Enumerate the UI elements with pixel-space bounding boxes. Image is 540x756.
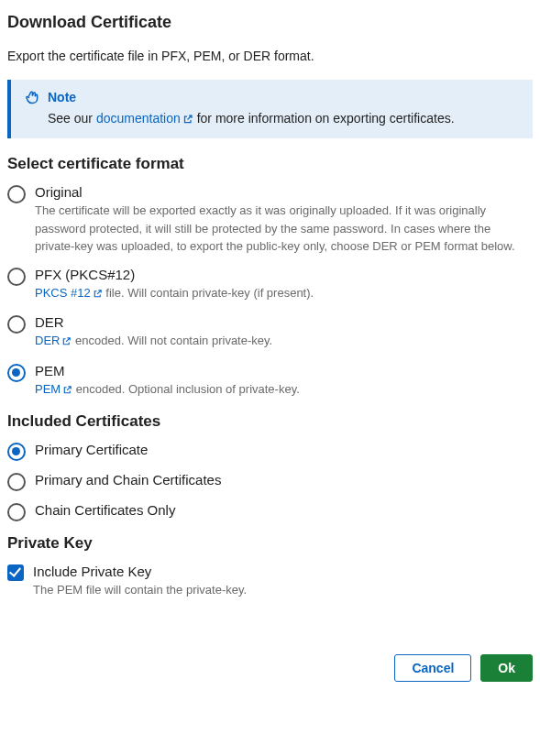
radio-original[interactable] [7,185,26,203]
included-option-chain-only: Chain Certificates Only [7,502,533,521]
documentation-link[interactable]: documentation [96,111,193,126]
external-link-icon [62,382,72,400]
format-label[interactable]: PEM [35,363,533,378]
cancel-button[interactable]: Cancel [394,654,471,682]
format-label[interactable]: PFX (PKCS#12) [35,267,533,282]
radio-primary-and-chain[interactable] [7,473,26,491]
radio-chain-only[interactable] [7,503,26,521]
pem-link[interactable]: PEM [35,382,72,396]
format-option-pem: PEM PEM encoded. Optional inclusion of p… [7,363,533,400]
included-option-primary: Primary Certificate [7,442,533,461]
lead-text: Export the certificate file in PFX, PEM,… [7,49,533,63]
format-desc: PEM encoded. Optional inclusion of priva… [35,380,533,400]
private-key-label[interactable]: Include Private Key [33,564,533,579]
external-link-icon [61,334,72,352]
format-desc: DER encoded. Will not contain private-ke… [35,332,533,352]
format-option-der: DER DER encoded. Will not contain privat… [7,314,533,352]
hand-wave-icon [24,89,40,105]
radio-der[interactable] [7,315,26,334]
format-desc: PKCS #12 file. Will contain private-key … [35,284,533,304]
note-body: See our documentation for more informati… [24,111,520,127]
der-link[interactable]: DER [35,334,72,347]
private-key-option: Include Private Key The PEM file will co… [7,564,533,599]
format-desc: The certificate will be exported exactly… [35,202,533,256]
radio-pem[interactable] [7,364,26,382]
ok-button[interactable]: Ok [480,654,533,682]
footer: Cancel Ok [7,654,533,682]
radio-primary[interactable] [7,443,26,461]
format-label[interactable]: Original [35,184,533,200]
format-option-original: Original The certificate will be exporte… [7,184,533,256]
external-link-icon [93,286,103,304]
note-box: Note See our documentation for more info… [7,80,533,138]
private-key-section-title: Private Key [7,534,533,553]
note-title: Note [48,90,76,104]
private-key-desc: The PEM file will contain the private-ke… [33,581,533,599]
format-option-pfx: PFX (PKCS#12) PKCS #12 file. Will contai… [7,267,533,304]
external-link-icon [182,113,193,127]
pkcs12-link[interactable]: PKCS #12 [35,286,103,300]
radio-pfx[interactable] [7,268,26,286]
format-label[interactable]: DER [35,314,533,330]
included-label[interactable]: Primary and Chain Certificates [35,472,533,488]
page-title: Download Certificate [7,13,533,32]
included-label[interactable]: Chain Certificates Only [35,502,533,518]
format-section-title: Select certificate format [7,155,533,173]
included-option-primary-and-chain: Primary and Chain Certificates [7,472,533,491]
included-label[interactable]: Primary Certificate [35,442,533,457]
included-section-title: Included Certificates [7,412,533,431]
checkbox-include-private-key[interactable] [7,564,24,581]
